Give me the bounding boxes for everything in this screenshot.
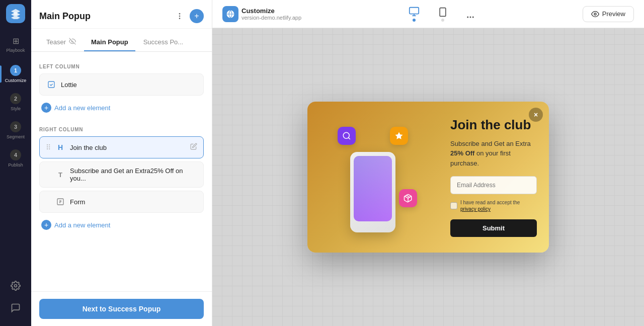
tab-bar: Teaser Main Popup Success Po... [31,29,212,52]
more-icon [176,12,184,20]
floating-icon-star [390,127,408,145]
svg-point-1 [15,285,17,287]
panel-content: LEFT COLUMN Lottie + Add a new element R… [31,52,212,291]
modal-popup: × [307,102,549,253]
element-form[interactable]: ⠿ Form [39,191,204,213]
heading-label: Join the club [70,144,190,151]
sidebar-item-customize[interactable]: 1 Customize [0,60,31,88]
sidebar-item-playbook[interactable]: ⊞ Playbook [0,31,31,58]
more-options-button[interactable] [173,9,187,23]
settings-icon[interactable] [7,277,25,295]
preview-button[interactable]: Preview [583,6,634,22]
email-input[interactable] [450,176,537,194]
app-info: Customize version-demo.netlify.app [242,7,301,21]
modal-close-button[interactable]: × [529,108,543,122]
tab-success-popup[interactable]: Success Po... [136,34,190,51]
panel-footer: Next to Success Popup [31,291,212,326]
svg-point-22 [343,132,349,138]
modal-subtitle: Subscribe and Get an Extra 25% Off on yo… [450,139,537,169]
form-icon [55,196,66,207]
add-element-right[interactable]: + Add a new element [39,216,204,234]
app-logo[interactable] [6,4,25,23]
add-element-right-label: Add a new element [54,221,110,229]
svg-point-3 [179,16,181,17]
add-element-right-plus-icon: + [41,220,51,230]
tab-teaser-label: Teaser [46,38,66,46]
drag-handle-form-icon: ⠿ [46,198,51,206]
more-devices-button[interactable] [462,11,479,24]
desktop-active-dot [413,19,416,22]
phone-body [350,152,395,232]
app-url: version-demo.netlify.app [242,15,301,21]
preview-label: Preview [602,10,625,18]
chat-icon[interactable] [7,299,25,317]
element-heading[interactable]: ⠿ H Join the club [39,136,204,158]
sidebar: ⊞ Playbook 1 Customize 2 Style 3 Segment… [0,0,31,326]
svg-point-19 [470,17,471,18]
mobile-device-button[interactable] [434,5,452,24]
text-icon: T [55,169,66,180]
edit-heading-icon[interactable] [190,143,197,152]
desktop-device-button[interactable] [405,4,424,24]
phone-illustration [333,122,413,232]
svg-line-23 [348,137,350,139]
add-element-left-label: Add a new element [54,104,110,112]
privacy-policy-link[interactable]: privacy policy [460,206,491,212]
topbar-left: Customize version-demo.netlify.app [222,6,301,22]
add-element-plus-icon: + [41,103,51,113]
sidebar-item-style[interactable]: 2 Style [0,88,31,116]
svg-marker-24 [395,132,403,139]
globe-icon [226,10,235,19]
element-text[interactable]: ⠿ T Subscribe and Get an Extra25% Off on… [39,161,204,188]
panel: Main Popup + Teaser Main Popup [31,0,212,326]
checkbox-row: I have read and accept the privacy polic… [450,199,537,212]
text-label: Subscribe and Get an Extra25% Off on you… [70,167,197,182]
submit-button[interactable]: Submit [450,219,537,237]
phone-screen [354,156,392,221]
tab-teaser[interactable]: Teaser [39,34,83,51]
element-lottie[interactable]: Lottie [39,73,204,96]
modal-title: Join the club [450,117,537,133]
svg-rect-6 [48,82,54,88]
svg-rect-13 [410,8,419,14]
tab-success-popup-label: Success Po... [143,38,183,46]
modal-subtitle-bold: 25% Off [450,149,474,157]
topbar-right: Preview [583,6,634,22]
next-button[interactable]: Next to Success Popup [39,299,204,319]
right-column-label: RIGHT COLUMN [39,127,204,132]
mobile-active-dot [441,19,444,22]
modal-left-column [307,102,438,253]
floating-icon-search [338,127,356,145]
svg-point-20 [472,17,474,18]
app-name: Customize [242,7,301,15]
svg-point-21 [594,13,596,15]
drag-handle-text-icon: ⠿ [46,171,51,179]
panel-header-actions: + [173,9,204,23]
lottie-icon [46,79,57,90]
playbook-icon: ⊞ [13,36,19,46]
canvas-area: × [212,28,644,326]
tab-main-popup[interactable]: Main Popup [84,34,135,51]
eye-preview-icon [591,10,599,18]
modal-right-column: Join the club Subscribe and Get an Extra… [438,102,549,253]
sidebar-item-segment[interactable]: 3 Segment [0,116,31,144]
mobile-icon [438,7,448,17]
tab-main-popup-label: Main Popup [91,38,128,46]
lottie-label: Lottie [61,81,197,89]
svg-point-4 [179,18,181,19]
svg-point-18 [467,17,469,18]
eye-icon [69,38,76,46]
panel-header: Main Popup + [31,0,212,29]
privacy-checkbox[interactable] [450,202,457,209]
add-element-left[interactable]: + Add a new element [39,99,204,117]
svg-line-25 [407,195,410,197]
panel-title: Main Popup [39,11,91,22]
floating-icon-package [399,189,417,207]
desktop-icon [409,6,420,17]
checkbox-label: I have read and accept the privacy polic… [460,199,537,212]
app-icon [222,6,238,22]
sidebar-item-publish[interactable]: 4 Publish [0,144,31,173]
more-devices-icon [466,13,475,22]
add-section-button[interactable]: + [190,9,204,23]
logo-icon [10,8,21,19]
